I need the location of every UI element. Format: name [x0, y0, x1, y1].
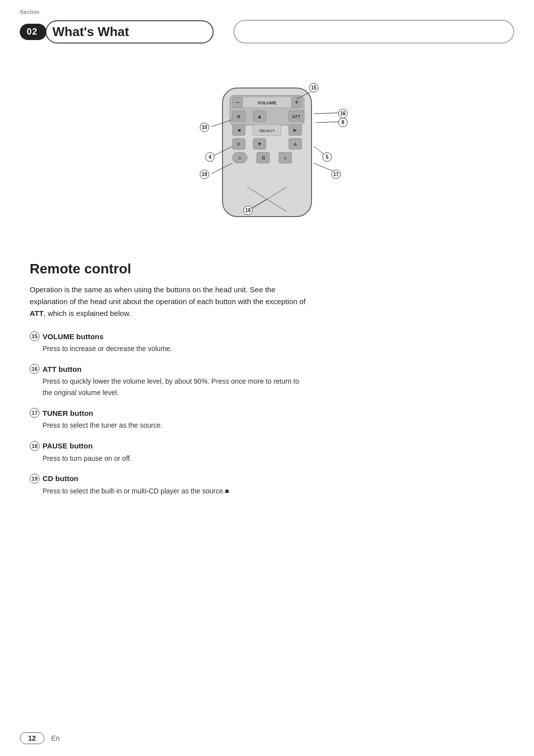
header-right-box	[233, 20, 514, 44]
svg-text:▲: ▲	[257, 113, 263, 119]
callout-18: 18	[243, 206, 253, 215]
svg-text:VOLUME: VOLUME	[258, 100, 277, 105]
section-label: Section	[20, 9, 40, 15]
desc-19: Press to select the built-in or multi-CD…	[43, 486, 300, 496]
button-item-18: 18 PAUSE button Press to turn pause on o…	[30, 441, 504, 464]
page-number: 12	[20, 732, 44, 744]
title-19: CD button	[43, 474, 78, 483]
circle-16: 16	[30, 364, 40, 374]
circle-19: 19	[30, 474, 40, 484]
button-items-list: 15 VOLUME buttons Press to increase or d…	[30, 331, 504, 496]
desc-18: Press to turn pause on or off.	[43, 453, 300, 464]
section-number: 02	[20, 24, 46, 40]
svg-text:►: ►	[293, 127, 298, 133]
callout-8: 8	[338, 118, 348, 127]
remote-svg: VOLUME − + B ▲ ATT ◄	[218, 83, 316, 222]
desc-16: Press to quickly lower the volume level,…	[43, 376, 300, 398]
button-item-19: 19 CD button Press to select the built-i…	[30, 474, 504, 496]
title-17: TUNER button	[43, 409, 93, 417]
callout-5: 5	[322, 152, 332, 162]
svg-line-35	[314, 113, 341, 114]
section-title: What's What	[45, 20, 214, 44]
intro-text: Operation is the same as when using the …	[30, 284, 307, 319]
button-item-17: 17 TUNER button Press to select the tune…	[30, 408, 504, 431]
remote-diagram: VOLUME − + B ▲ ATT ◄	[30, 68, 504, 246]
callout-19: 19	[200, 170, 209, 179]
svg-text:−: −	[235, 99, 239, 106]
circle-18: 18	[30, 441, 40, 451]
title-16: ATT button	[43, 365, 82, 373]
svg-text:▼: ▼	[257, 141, 263, 147]
svg-text:⊙: ⊙	[238, 156, 242, 161]
svg-text:SELECT: SELECT	[259, 129, 275, 133]
svg-text:A: A	[294, 142, 297, 147]
remote-control-heading: Remote control	[30, 261, 504, 277]
svg-line-36	[316, 122, 341, 123]
callout-15: 15	[309, 83, 318, 92]
callout-16: 16	[338, 109, 348, 118]
callout-4: 4	[205, 152, 215, 162]
button-item-16: 16 ATT button Press to quickly lower the…	[30, 364, 504, 398]
circle-15: 15	[30, 331, 40, 341]
desc-15: Press to increase or decrease the volume…	[43, 343, 300, 354]
svg-text:≡: ≡	[284, 156, 286, 161]
svg-text:ATT: ATT	[292, 114, 301, 119]
svg-text:⏸: ⏸	[261, 155, 266, 161]
svg-text:+: +	[295, 99, 298, 106]
title-18: PAUSE button	[43, 442, 92, 450]
title-15: VOLUME buttons	[43, 332, 103, 341]
callout-10: 10	[200, 123, 209, 132]
footer: 12 En	[20, 732, 60, 744]
button-item-15: 15 VOLUME buttons Press to increase or d…	[30, 331, 504, 354]
svg-text:F: F	[237, 142, 240, 147]
svg-text:B: B	[237, 114, 241, 119]
circle-17: 17	[30, 408, 40, 418]
svg-text:◄: ◄	[236, 127, 242, 133]
desc-17: Press to select the tuner as the source.	[43, 420, 300, 431]
language-label: En	[51, 734, 60, 742]
callout-17: 17	[331, 170, 341, 179]
